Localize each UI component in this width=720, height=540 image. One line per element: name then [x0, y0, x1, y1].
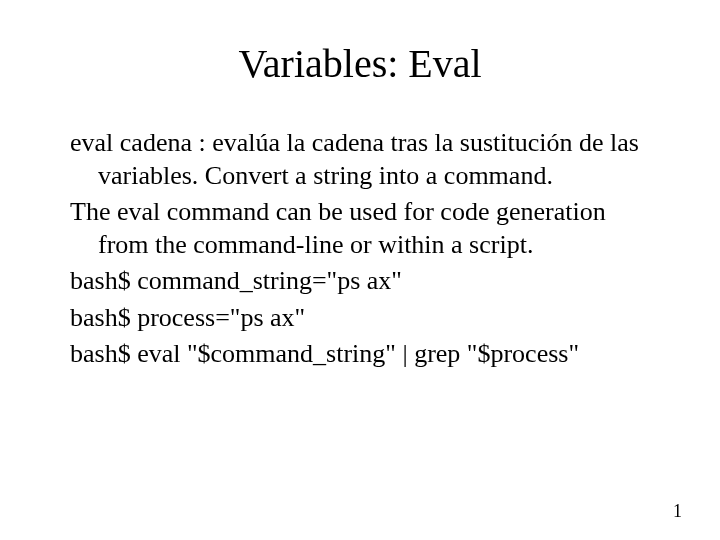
page-number: 1: [673, 501, 682, 522]
body-paragraph: bash$ command_string="ps ax": [70, 265, 650, 298]
body-paragraph: The eval command can be used for code ge…: [70, 196, 650, 261]
slide-title: Variables: Eval: [70, 40, 650, 87]
body-paragraph: bash$ eval "$command_string" | grep "$pr…: [70, 338, 650, 371]
slide: Variables: Eval eval cadena : evalúa la …: [0, 0, 720, 540]
body-paragraph: bash$ process="ps ax": [70, 302, 650, 335]
body-paragraph: eval cadena : evalúa la cadena tras la s…: [70, 127, 650, 192]
slide-body: eval cadena : evalúa la cadena tras la s…: [70, 127, 650, 371]
